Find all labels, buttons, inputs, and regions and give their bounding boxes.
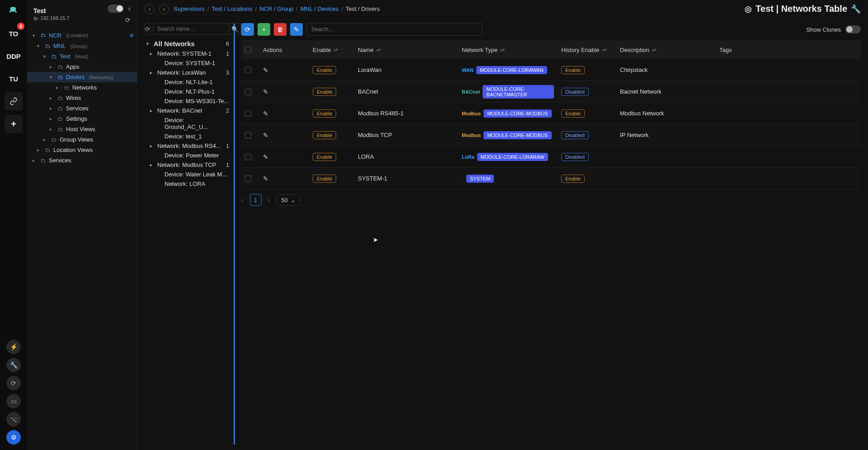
rail-item-ddp[interactable]: DDP — [5, 47, 23, 65]
rail-add-button[interactable]: + — [5, 115, 23, 133]
sidebar-tree-row[interactable]: ▾🗀MNL(Group) — [27, 41, 137, 51]
enable-button[interactable]: Enable — [313, 131, 336, 139]
wrench-icon[interactable]: 🔧 — [851, 4, 861, 14]
rail-item-tu[interactable]: TU — [5, 70, 23, 88]
network-tree-row[interactable]: Device: Ground_AC_U... — [145, 115, 231, 132]
sidebar-tree-row[interactable]: ▸🗀Networks — [27, 82, 137, 93]
enable-button[interactable]: Enable — [313, 88, 336, 96]
history-enable-button[interactable]: Enable — [561, 66, 585, 74]
app-logo[interactable] — [5, 4, 22, 20]
sidebar-tree-row[interactable]: ▸🗀Services — [27, 103, 137, 114]
network-tree-row[interactable]: Device: NLT-Lite-1 — [145, 77, 231, 87]
network-tree-row[interactable]: Device: Power Meter — [145, 151, 231, 160]
row-edit-button[interactable]: ✎ — [263, 110, 268, 117]
header-name[interactable]: Name▴▾ — [354, 47, 458, 53]
header-tags[interactable]: Tags — [716, 47, 752, 53]
network-tree-row[interactable]: Device: NLT-Plus-1 — [145, 87, 231, 96]
rail-sync-button[interactable]: ⟳ — [6, 376, 21, 390]
network-tree-row[interactable]: ▸Network: Modbus RS4...1 — [145, 141, 231, 151]
pager-next[interactable]: › — [268, 196, 270, 204]
sidebar-tree-row[interactable]: ▸🗀Group Views — [27, 134, 137, 145]
network-tree-row[interactable]: Device: SYSTEM-1 — [145, 58, 231, 68]
enable-button[interactable]: Enable — [313, 66, 336, 74]
sidebar-tree-row[interactable]: ▸🗀Apps — [27, 62, 137, 72]
header-description[interactable]: Description▴▾ — [616, 47, 716, 53]
nav-forward-button[interactable]: › — [159, 4, 169, 14]
network-tree-row[interactable]: ▸Network: Modbus TCP1 — [145, 160, 231, 170]
network-tree-row[interactable]: ▸Network: BACnet2 — [145, 106, 231, 115]
tree-search-input[interactable] — [154, 24, 229, 34]
rail-settings-button[interactable]: ⚙ — [6, 430, 21, 445]
network-tree-row[interactable]: Device: test_1 — [145, 132, 231, 141]
row-checkbox[interactable] — [245, 154, 251, 160]
enable-button[interactable]: Enable — [313, 109, 336, 118]
row-edit-button[interactable]: ✎ — [263, 132, 268, 139]
sidebar-tree-row[interactable]: ▸🗀Wires — [27, 93, 137, 103]
row-name: LoraWan — [358, 66, 381, 73]
breadcrumb-item[interactable]: MNL / Devices — [300, 5, 338, 12]
sidebar-tree-row[interactable]: ▾🗀Drivers(Networks) — [27, 72, 137, 82]
enable-button[interactable]: Enable — [313, 175, 336, 183]
edit-button[interactable]: ✎ — [290, 23, 303, 36]
header-enable[interactable]: Enable▴▾ — [309, 47, 354, 53]
sidebar-tree-row[interactable]: ▸🗀Location Views — [27, 145, 137, 155]
row-edit-button[interactable]: ✎ — [263, 175, 268, 182]
sidebar-tree-row[interactable]: ▾🗀Test(Host) — [27, 51, 137, 62]
breadcrumb-item[interactable]: NCR / Group — [259, 5, 293, 12]
sidebar-tree-row[interactable]: ▸🗀Services — [27, 155, 137, 166]
sidebar-tree-row[interactable]: ▸🗀Settings — [27, 114, 137, 124]
rail-bolt-button[interactable]: ⚡ — [6, 340, 21, 354]
pager-prev[interactable]: ‹ — [241, 196, 244, 204]
row-checkbox[interactable] — [245, 132, 251, 138]
pager-size[interactable]: 50 ⌄ — [276, 194, 300, 206]
nav-back-button[interactable]: ‹ — [145, 4, 155, 14]
header-network-type[interactable]: Network Type▴▾ — [458, 47, 558, 53]
pager-page[interactable]: 1 — [250, 194, 262, 206]
rail-wrench-button[interactable]: 🔧 — [6, 358, 21, 372]
networks-tree-title: All Networks — [154, 40, 195, 47]
history-enable-button[interactable]: Enable — [561, 109, 585, 118]
add-button[interactable]: + — [258, 23, 270, 36]
rail-link-button[interactable] — [5, 92, 23, 110]
select-all-checkbox[interactable] — [245, 47, 251, 53]
table-row: ✎EnableLoraWanWANMODULE-CORE-LORAWANEnab… — [241, 59, 861, 81]
history-enable-button[interactable]: Disabled — [561, 153, 589, 161]
refresh-icon[interactable]: ⟳ — [125, 16, 131, 24]
breadcrumb-item[interactable]: Supervisors — [174, 5, 205, 12]
collapse-icon[interactable]: ‹ — [128, 5, 131, 13]
row-checkbox[interactable] — [245, 110, 251, 117]
sidebar-tree-row[interactable]: ▸🗀Host Views — [27, 124, 137, 134]
network-tree-row[interactable]: ▸Network: SYSTEM-11 — [145, 49, 231, 58]
enable-button[interactable]: Enable — [313, 153, 336, 161]
network-tree-row[interactable]: ▸Network: LoraWan3 — [145, 68, 231, 77]
networks-tree-title-row[interactable]: ▾ All Networks 6 — [145, 38, 231, 49]
table-search-input[interactable] — [307, 24, 482, 35]
row-edit-button[interactable]: ✎ — [263, 66, 268, 74]
module-badge: MODULE-CORE-BACNETMASTER — [483, 85, 554, 99]
row-checkbox[interactable] — [245, 175, 251, 182]
row-edit-button[interactable]: ✎ — [263, 88, 268, 95]
sidebar-tree-row[interactable]: ▾🗀NCR(Location)≡ — [27, 30, 137, 41]
network-tree-row[interactable]: Network: LORA — [145, 179, 231, 189]
delete-button[interactable]: 🗑 — [274, 23, 286, 36]
refresh-button[interactable]: ⟳ — [241, 23, 254, 36]
network-tree-row[interactable]: Device: Water Leak M... — [145, 170, 231, 179]
row-edit-button[interactable]: ✎ — [263, 153, 268, 161]
row-checkbox[interactable] — [245, 67, 251, 73]
tree-refresh-button[interactable]: ⟳ — [145, 23, 150, 35]
history-enable-button[interactable]: Enable — [561, 175, 585, 183]
rail-branch-button[interactable]: ⌥ — [6, 412, 21, 426]
header-history-enable[interactable]: History Enable▴▾ — [558, 47, 616, 53]
history-enable-button[interactable]: Disabled — [561, 131, 589, 139]
show-clones-toggle[interactable] — [845, 25, 861, 33]
menu-icon[interactable]: ≡ — [130, 32, 133, 39]
row-checkbox[interactable] — [245, 89, 251, 95]
history-enable-button[interactable]: Disabled — [561, 88, 589, 96]
sidebar-toggle[interactable] — [108, 5, 124, 13]
network-tree-row[interactable]: Device: MS-WS301-Te... — [145, 96, 231, 106]
page-title: ◎ Test | Networks Table 🔧 — [745, 4, 861, 14]
rail-doc-button[interactable]: ▭ — [6, 394, 21, 408]
rail-item-to[interactable]: TO 4 — [5, 24, 23, 43]
breadcrumb-item[interactable]: Test / Locations — [211, 5, 252, 12]
header-actions[interactable]: Actions — [259, 47, 309, 53]
